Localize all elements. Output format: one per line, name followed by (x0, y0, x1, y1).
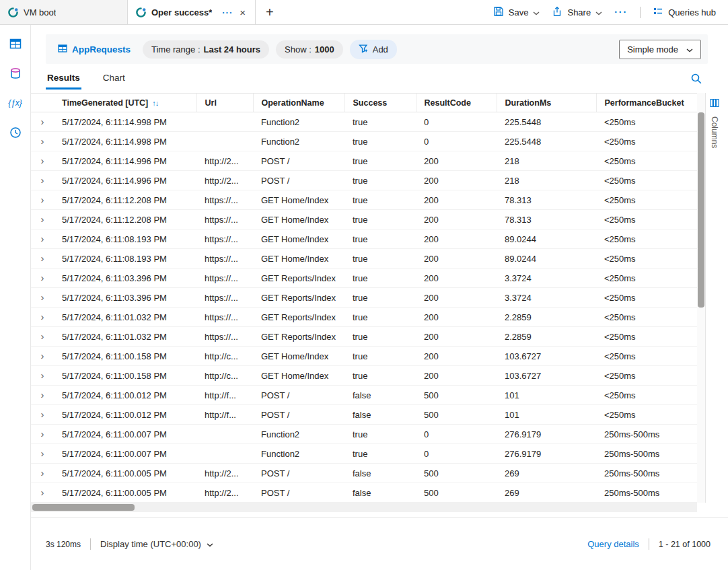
header-url[interactable]: Url (196, 94, 253, 112)
sidebar-item-functions[interactable]: {ƒx} (7, 95, 24, 111)
display-time-dropdown[interactable]: Display time (UTC+00:00) (100, 539, 213, 549)
header-success[interactable]: Success (344, 94, 416, 112)
row-expander[interactable]: › (31, 190, 54, 210)
table-row[interactable]: ›5/17/2024, 6:11:01.032 PMhttps://...GET… (31, 327, 697, 347)
table-row[interactable]: ›5/17/2024, 6:11:12.208 PMhttps://...GET… (31, 190, 697, 210)
table-row[interactable]: ›5/17/2024, 6:11:00.158 PMhttp://c...GET… (31, 347, 697, 366)
tab-label: Oper success* (151, 7, 212, 17)
new-tab-button[interactable]: + (256, 0, 284, 24)
header-label: TimeGenerated [UTC] (62, 98, 148, 108)
chevron-right-icon: › (41, 155, 44, 166)
table-row[interactable]: ›5/17/2024, 6:11:14.998 PMFunction2true0… (31, 132, 697, 151)
more-actions-button[interactable]: ··· (614, 7, 628, 17)
search-results-button[interactable] (690, 73, 702, 90)
cell-timegenerated: 5/17/2024, 6:11:00.012 PM (54, 405, 196, 425)
horizontal-scrollbar[interactable] (31, 503, 697, 512)
cell-resultcode: 200 (416, 151, 497, 171)
table-row[interactable]: ›5/17/2024, 6:11:08.193 PMhttps://...GET… (31, 229, 697, 249)
row-expander[interactable]: › (31, 171, 54, 190)
row-expander[interactable]: › (31, 288, 54, 308)
main-content: AppRequests Time range : Last 24 hours S… (31, 25, 728, 570)
tab-close-icon[interactable]: × (238, 7, 247, 18)
row-expander[interactable]: › (31, 269, 54, 288)
query-details-link[interactable]: Query details (587, 539, 639, 549)
time-range-pill[interactable]: Time range : Last 24 hours (143, 40, 269, 59)
cell-timegenerated: 5/17/2024, 6:11:00.005 PM (54, 483, 196, 503)
sidebar-item-tables[interactable] (7, 36, 24, 52)
cell-durationms: 3.3724 (497, 269, 596, 288)
table-row[interactable]: ›5/17/2024, 6:11:01.032 PMhttps://...GET… (31, 308, 697, 327)
row-expander[interactable]: › (31, 249, 54, 269)
row-expander[interactable]: › (31, 483, 54, 503)
row-expander[interactable]: › (31, 308, 54, 327)
header-performancebucket[interactable]: PerformanceBucket (596, 94, 697, 112)
tab-vm-boot[interactable]: VM boot (0, 0, 128, 24)
save-button[interactable]: Save (493, 6, 540, 19)
row-expander[interactable]: › (31, 425, 54, 444)
row-expander[interactable]: › (31, 210, 54, 229)
vertical-scrollbar[interactable] (697, 93, 705, 503)
chevron-right-icon: › (41, 428, 44, 439)
add-filter-pill[interactable]: Add (350, 40, 397, 59)
row-expander[interactable]: › (31, 229, 54, 249)
search-icon (690, 73, 702, 85)
table-row[interactable]: ›5/17/2024, 6:11:00.007 PMFunction2true0… (31, 425, 697, 444)
table-row[interactable]: ›5/17/2024, 6:11:00.012 PMhttp://f...POS… (31, 405, 697, 425)
sort-icon[interactable]: ↑↓ (152, 99, 158, 107)
row-expander[interactable]: › (31, 327, 54, 347)
row-expander[interactable]: › (31, 366, 54, 386)
cell-durationms: 225.5448 (497, 132, 596, 151)
tab-more-icon[interactable]: ··· (222, 7, 233, 17)
body: {ƒx} AppRequests Time range : Last 24 ho… (0, 25, 728, 570)
tab-results[interactable]: Results (46, 67, 81, 90)
table-row[interactable]: ›5/17/2024, 6:11:00.158 PMhttp://c...GET… (31, 366, 697, 386)
row-expander[interactable]: › (31, 444, 54, 464)
table-selector[interactable]: AppRequests (52, 44, 136, 55)
table-row[interactable]: ›5/17/2024, 6:11:00.005 PMhttp://2...POS… (31, 464, 697, 483)
sidebar-item-query-history[interactable] (7, 124, 24, 141)
tab-chart[interactable]: Chart (102, 67, 126, 90)
cell-resultcode: 500 (416, 464, 497, 483)
header-operationname[interactable]: OperationName (253, 94, 344, 112)
header-resultcode[interactable]: ResultCode (416, 94, 497, 112)
header-timegenerated[interactable]: TimeGenerated [UTC]↑↓ (54, 94, 196, 112)
show-limit-pill[interactable]: Show : 1000 (276, 40, 343, 59)
row-expander[interactable]: › (31, 347, 54, 366)
columns-pane-label: Columns (710, 116, 719, 148)
table-row[interactable]: ›5/17/2024, 6:11:12.208 PMhttps://...GET… (31, 210, 697, 229)
tab-oper-success[interactable]: Oper success* ··· × (128, 0, 256, 24)
horizontal-scrollbar-thumb[interactable] (32, 504, 135, 511)
table-row[interactable]: ›5/17/2024, 6:11:14.996 PMhttp://2...POS… (31, 151, 697, 171)
table-row[interactable]: ›5/17/2024, 6:11:00.005 PMhttp://2...POS… (31, 483, 697, 503)
cell-url: https://... (196, 229, 253, 249)
queries-hub-button[interactable]: Queries hub (653, 6, 716, 19)
row-expander[interactable]: › (31, 464, 54, 483)
functions-icon: {ƒx} (8, 98, 22, 108)
table-row[interactable]: ›5/17/2024, 6:11:03.396 PMhttps://...GET… (31, 269, 697, 288)
table-row[interactable]: ›5/17/2024, 6:11:08.193 PMhttps://...GET… (31, 249, 697, 269)
row-expander[interactable]: › (31, 386, 54, 405)
header-expander (31, 94, 54, 112)
table-header-row: TimeGenerated [UTC]↑↓ Url OperationName … (31, 94, 697, 112)
cell-performancebucket: 250ms-500ms (596, 464, 697, 483)
table-row[interactable]: ›5/17/2024, 6:11:00.007 PMFunction2true0… (31, 444, 697, 464)
cell-operationname: GET Reports/Index (253, 327, 344, 347)
header-durationms[interactable]: DurationMs (497, 94, 596, 112)
chevron-right-icon: › (41, 467, 44, 478)
cell-operationname: GET Home/Index (253, 190, 344, 210)
row-expander[interactable]: › (31, 112, 54, 132)
share-button[interactable]: Share (552, 6, 602, 19)
table-row[interactable]: ›5/17/2024, 6:11:14.998 PMFunction2true0… (31, 112, 697, 132)
cell-resultcode: 200 (416, 190, 497, 210)
cell-durationms: 2.2859 (497, 308, 596, 327)
sidebar-item-queries[interactable] (7, 65, 24, 81)
table-row[interactable]: ›5/17/2024, 6:11:03.396 PMhttps://...GET… (31, 288, 697, 308)
row-expander[interactable]: › (31, 405, 54, 425)
columns-pane-toggle[interactable]: Columns (705, 93, 723, 503)
mode-dropdown[interactable]: Simple mode (619, 40, 701, 59)
row-expander[interactable]: › (31, 132, 54, 151)
vertical-scrollbar-thumb[interactable] (698, 112, 704, 308)
row-expander[interactable]: › (31, 151, 54, 171)
table-row[interactable]: ›5/17/2024, 6:11:00.012 PMhttp://f...POS… (31, 386, 697, 405)
table-row[interactable]: ›5/17/2024, 6:11:14.996 PMhttp://2...POS… (31, 171, 697, 190)
